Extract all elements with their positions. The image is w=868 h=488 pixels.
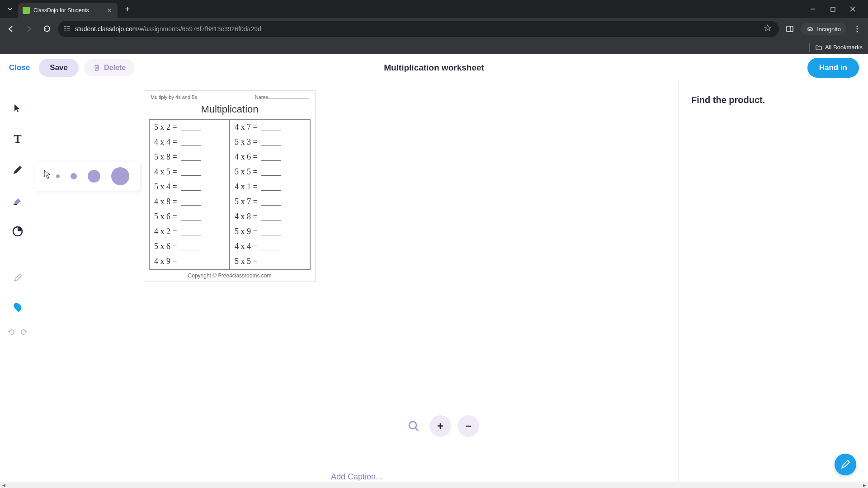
highlighter-tool[interactable] — [9, 270, 27, 288]
incognito-badge[interactable]: Incognito — [801, 23, 846, 35]
worksheet-row: 4 x 9 = — [150, 254, 229, 269]
svg-point-14 — [409, 422, 416, 429]
zoom-search-icon[interactable] — [404, 417, 423, 436]
drawing-toolbar: T — [0, 81, 35, 488]
nav-bar: student.classdojo.com/#/assignments/6597… — [0, 18, 868, 40]
worksheet-row: 5 x 6 = — [150, 209, 229, 224]
hand-in-button[interactable]: Hand in — [807, 58, 859, 78]
window-controls — [807, 3, 864, 15]
instructions-panel: Find the product. — [678, 81, 868, 488]
site-settings-icon[interactable] — [63, 25, 71, 33]
worksheet-row: 5 x 5 = — [230, 254, 310, 269]
save-button[interactable]: Save — [39, 59, 79, 77]
text-tool[interactable]: T — [9, 130, 27, 148]
bookmarks-bar: All Bookmarks — [0, 40, 868, 54]
incognito-label: Incognito — [817, 26, 841, 33]
main-area: T — [0, 81, 868, 488]
worksheet-row: 4 x 8 = — [230, 209, 310, 224]
delete-label: Delete — [104, 64, 126, 72]
tab-close-icon[interactable] — [106, 7, 113, 14]
undo-button[interactable] — [7, 328, 16, 338]
close-button[interactable]: Close — [9, 63, 30, 72]
svg-rect-5 — [64, 30, 66, 31]
svg-line-15 — [415, 428, 418, 431]
forward-button[interactable] — [22, 22, 36, 36]
assignment-title: Multiplication worksheet — [384, 63, 484, 73]
reload-button[interactable] — [40, 22, 54, 36]
eraser-tool[interactable] — [9, 192, 27, 210]
minimize-icon[interactable] — [807, 3, 819, 15]
svg-rect-6 — [67, 30, 70, 31]
tab-search-dropdown[interactable] — [4, 3, 16, 15]
brush-size-5[interactable] — [111, 167, 129, 185]
back-button[interactable] — [4, 22, 18, 36]
browser-chrome: ClassDojo for Students + student.classdo… — [0, 0, 868, 54]
worksheet-row: 5 x 9 = — [230, 224, 310, 239]
zoom-in-button[interactable]: + — [429, 415, 451, 437]
divider — [9, 255, 27, 255]
worksheet-row: 4 x 2 = — [150, 224, 229, 239]
worksheet-header: Multiply by 4s and 5s Name — [144, 91, 315, 102]
worksheet-row: 4 x 4 = — [150, 135, 229, 150]
worksheet-row: 5 x 2 = — [150, 120, 229, 135]
canvas-area: Multiply by 4s and 5s Name Multiplicatio… — [35, 81, 678, 488]
worksheet-row: 5 x 6 = — [150, 239, 229, 254]
brush-size-2[interactable] — [56, 174, 60, 178]
worksheet-row: 4 x 8 = — [150, 194, 229, 209]
zoom-out-button[interactable]: − — [458, 415, 479, 437]
folder-icon — [815, 44, 822, 51]
svg-text:T: T — [14, 133, 21, 145]
worksheet-footer: Copyright © Free4classrooms.com — [144, 270, 315, 282]
tab-favicon-icon — [23, 7, 30, 14]
horizontal-scrollbar[interactable]: ◀ ▶ — [0, 482, 868, 488]
close-window-icon[interactable] — [846, 3, 859, 15]
brush-size-3[interactable] — [71, 173, 77, 179]
cursor-icon — [43, 170, 52, 182]
svg-rect-3 — [64, 28, 66, 29]
worksheet-row: 5 x 8 = — [150, 150, 229, 164]
worksheet-table: 5 x 2 =4 x 4 =5 x 8 =4 x 5 =5 x 4 =4 x 8… — [149, 119, 311, 270]
worksheet-row: 4 x 6 = — [230, 150, 310, 164]
scroll-right-arrow[interactable]: ▶ — [861, 482, 868, 488]
svg-rect-2 — [67, 26, 70, 27]
help-fab[interactable] — [835, 454, 856, 475]
worksheet-row: 4 x 7 = — [230, 120, 310, 135]
svg-point-11 — [857, 31, 858, 33]
new-tab-button[interactable]: + — [121, 3, 134, 15]
worksheet-title: Multiplication — [144, 102, 315, 119]
url-bar[interactable]: student.classdojo.com/#/assignments/6597… — [58, 21, 779, 37]
side-panel-icon[interactable] — [783, 22, 797, 36]
worksheet-row: 5 x 4 = — [150, 179, 229, 194]
color-indicator[interactable] — [14, 300, 21, 311]
svg-point-9 — [857, 26, 858, 27]
divider — [809, 43, 810, 52]
browser-tab[interactable]: ClassDojo for Students — [18, 3, 118, 18]
maximize-icon[interactable] — [826, 3, 839, 15]
zoom-controls: + − — [404, 415, 479, 437]
browser-menu-icon[interactable] — [850, 22, 864, 36]
worksheet-row: 4 x 5 = — [150, 164, 229, 179]
tab-title: ClassDojo for Students — [33, 7, 102, 14]
svg-rect-1 — [64, 26, 66, 27]
delete-button[interactable]: Delete — [84, 59, 135, 76]
instruction-text: Find the product. — [691, 95, 855, 105]
worksheet-row: 5 x 3 = — [230, 135, 310, 150]
tab-bar: ClassDojo for Students + — [0, 0, 868, 18]
pen-tool[interactable] — [9, 161, 27, 179]
svg-rect-0 — [831, 7, 835, 11]
all-bookmarks-label: All Bookmarks — [825, 44, 863, 51]
shape-tool[interactable] — [9, 222, 27, 240]
pointer-tool[interactable] — [9, 99, 27, 117]
bookmark-star-icon[interactable] — [762, 24, 774, 34]
worksheet-row: 5 x 5 = — [230, 164, 310, 179]
worksheet-image[interactable]: Multiply by 4s and 5s Name Multiplicatio… — [144, 90, 316, 282]
redo-button[interactable] — [19, 328, 28, 338]
all-bookmarks-button[interactable]: All Bookmarks — [815, 44, 863, 51]
app-root: Close Save Delete Multiplication workshe… — [0, 54, 868, 488]
brush-size-4[interactable] — [88, 170, 100, 183]
svg-point-10 — [857, 28, 858, 30]
worksheet-row: 4 x 1 = — [230, 179, 310, 194]
undo-redo-group — [7, 328, 28, 338]
scroll-left-arrow[interactable]: ◀ — [0, 482, 7, 488]
canvas-viewport[interactable]: Multiply by 4s and 5s Name Multiplicatio… — [35, 81, 678, 466]
